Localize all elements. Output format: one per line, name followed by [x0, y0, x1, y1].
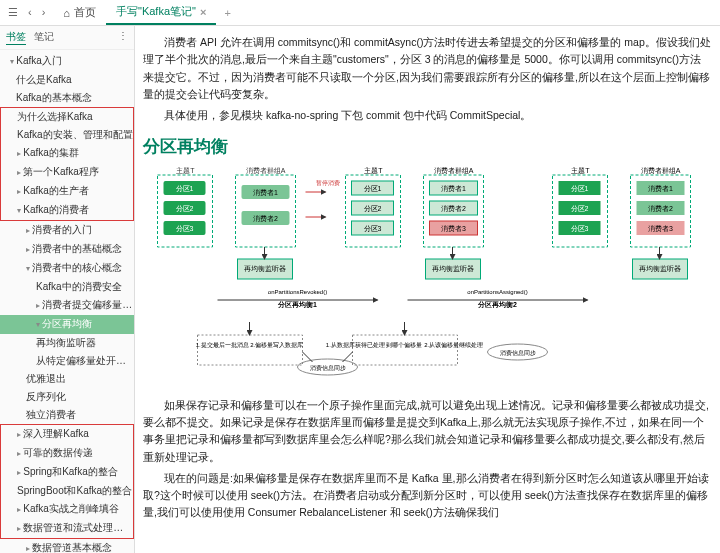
tab-doc-label: 手写"Kafka笔记" [116, 4, 196, 19]
toolbar-icons: ☰ ‹ › [0, 6, 53, 19]
sidebar-tab-bookmarks[interactable]: 书签 [6, 30, 26, 45]
outline-node[interactable]: 反序列化 [0, 388, 134, 406]
outline-node[interactable]: 独立消费者 [0, 406, 134, 424]
svg-text:分区1: 分区1 [571, 185, 589, 192]
outline-node[interactable]: Kafka的集群 [0, 144, 134, 163]
outline-node[interactable]: Spring和Kafka的整合 [0, 463, 134, 482]
outline-node[interactable]: Kafka的消费者 [0, 201, 134, 221]
outline-node[interactable]: 消费者提交偏移量导致的问题 [0, 296, 134, 315]
outline-node[interactable]: 深入理解Kafka [0, 424, 134, 444]
sidebar: 书签 笔记 ⋮ Kafka入门什么是KafkaKafka的基本概念为什么选择Ka… [0, 26, 135, 553]
svg-text:分区3: 分区3 [364, 225, 382, 232]
para-1: 消费者 API 允许在调用 commitsync()和 commitAsync(… [143, 34, 712, 103]
para-4: 现在的问题是:如果偏移量是保存在数据库里而不是 Kafka 里,那么消费者在得到… [143, 470, 712, 522]
svg-text:1.提交最后一批消息 2.偏移量写入数据库: 1.提交最后一批消息 2.偏移量写入数据库 [196, 341, 304, 348]
svg-text:分区1: 分区1 [176, 185, 194, 192]
outline-tree: Kafka入门什么是KafkaKafka的基本概念为什么选择KafkaKafka… [0, 50, 134, 553]
diagram-rebalance: 主题T 分区1 分区2 分区3 消费者群组A 消费者1 消费者2 暂停消费 再均… [143, 167, 712, 387]
svg-text:消费者1: 消费者1 [441, 185, 466, 192]
svg-line-73 [343, 352, 353, 362]
content: 消费者 API 允许在调用 commitsync()和 commitAsync(… [135, 26, 720, 553]
svg-text:消费信息同步: 消费信息同步 [500, 350, 536, 356]
svg-rect-67 [353, 335, 458, 365]
svg-text:1.从数据库获得已处理 到哪个偏移量 2.从该偏移量继续处理: 1.从数据库获得已处理 到哪个偏移量 2.从该偏移量继续处理 [326, 341, 483, 348]
svg-text:再均衡监听器: 再均衡监听器 [432, 265, 474, 272]
svg-text:消费者3: 消费者3 [441, 225, 466, 232]
svg-text:分区再均衡1: 分区再均衡1 [277, 301, 317, 309]
outline-node[interactable]: 消费者中的核心概念 [0, 259, 134, 278]
tab-doc[interactable]: 手写"Kafka笔记" × [106, 0, 216, 25]
close-icon[interactable]: × [200, 6, 206, 18]
svg-text:再均衡监听器: 再均衡监听器 [244, 265, 286, 272]
svg-text:分区2: 分区2 [571, 205, 589, 212]
svg-rect-64 [198, 335, 303, 365]
outline-node[interactable]: Kafka的安装、管理和配置 [0, 126, 134, 144]
home-icon: ⌂ [63, 7, 70, 19]
svg-text:onPartitionsRevoked(): onPartitionsRevoked() [268, 289, 327, 295]
outline-node[interactable]: 从特定偏移量处开始记录 [0, 352, 134, 370]
svg-text:消费者群组A: 消费者群组A [246, 167, 286, 174]
sidebar-head: 书签 笔记 ⋮ [0, 26, 134, 50]
svg-line-72 [303, 352, 313, 362]
svg-text:主题T: 主题T [571, 167, 590, 174]
para-3: 如果保存记录和偏移量可以在一个原子操作里面完成,就可以避免出现上述情况。记录和偏… [143, 397, 712, 466]
svg-text:主题T: 主题T [364, 167, 383, 174]
sidebar-tab-notes[interactable]: 笔记 [34, 30, 54, 45]
outline-node[interactable]: 消费者中的基础概念 [0, 240, 134, 259]
para-2: 具体使用，参见模块 kafka-no-spring 下包 commit 包中代码… [143, 107, 712, 124]
svg-text:再均衡监听器: 再均衡监听器 [639, 265, 681, 272]
heading-rebalance: 分区再均衡 [143, 133, 712, 161]
back-icon[interactable]: ‹ [28, 6, 32, 19]
menu-icon[interactable]: ☰ [8, 6, 18, 19]
outline-node[interactable]: 为什么选择Kafka [0, 107, 134, 126]
outline-node[interactable]: Kafka的生产者 [0, 182, 134, 201]
svg-text:消费信息同步: 消费信息同步 [310, 365, 346, 371]
outline-node[interactable]: SpringBoot和Kafka的整合 [0, 482, 134, 500]
outline-node[interactable]: 优雅退出 [0, 370, 134, 388]
outline-node[interactable]: 可靠的数据传递 [0, 444, 134, 463]
outline-node[interactable]: Kafka入门 [0, 52, 134, 71]
outline-node[interactable]: Kafka实战之削峰填谷 [0, 500, 134, 519]
svg-text:消费者2: 消费者2 [648, 205, 673, 212]
topbar: ☰ ‹ › ⌂ 首页 手写"Kafka笔记" × + [0, 0, 720, 26]
svg-text:消费者群组A: 消费者群组A [641, 167, 681, 174]
outline-node[interactable]: Kafka的基本概念 [0, 89, 134, 107]
outline-node[interactable]: 第一个Kafka程序 [0, 163, 134, 182]
svg-text:暂停消费: 暂停消费 [316, 180, 340, 186]
svg-text:分区2: 分区2 [364, 205, 382, 212]
svg-text:onPartitionsAssigned(): onPartitionsAssigned() [467, 289, 527, 295]
tab-home[interactable]: ⌂ 首页 [53, 1, 106, 24]
add-tab-icon[interactable]: + [216, 7, 238, 19]
svg-text:消费者群组A: 消费者群组A [434, 167, 474, 174]
svg-text:分区3: 分区3 [571, 225, 589, 232]
svg-text:主题T: 主题T [176, 167, 195, 174]
outline-node[interactable]: 分区再均衡 [0, 315, 134, 334]
svg-text:分区2: 分区2 [176, 205, 194, 212]
svg-text:消费者1: 消费者1 [648, 185, 673, 192]
outline-node[interactable]: 数据管道和流式处理（了解即可） [0, 519, 134, 539]
tab-home-label: 首页 [74, 5, 96, 20]
svg-text:分区1: 分区1 [364, 185, 382, 192]
outline-node[interactable]: 消费者的入门 [0, 221, 134, 240]
outline-node[interactable]: 数据管道基本概念 [0, 539, 134, 553]
tabs: ⌂ 首页 手写"Kafka笔记" × + [53, 0, 720, 25]
svg-text:消费者3: 消费者3 [648, 225, 673, 232]
forward-icon[interactable]: › [42, 6, 46, 19]
outline-node[interactable]: 再均衡监听器 [0, 334, 134, 352]
svg-text:分区3: 分区3 [176, 225, 194, 232]
outline-node[interactable]: Kafka中的消费安全 [0, 278, 134, 296]
svg-text:消费者2: 消费者2 [253, 215, 278, 222]
sidebar-opts-icon[interactable]: ⋮ [118, 30, 128, 45]
svg-text:消费者1: 消费者1 [253, 189, 278, 196]
svg-text:分区再均衡2: 分区再均衡2 [477, 301, 517, 309]
svg-text:消费者2: 消费者2 [441, 205, 466, 212]
outline-node[interactable]: 什么是Kafka [0, 71, 134, 89]
